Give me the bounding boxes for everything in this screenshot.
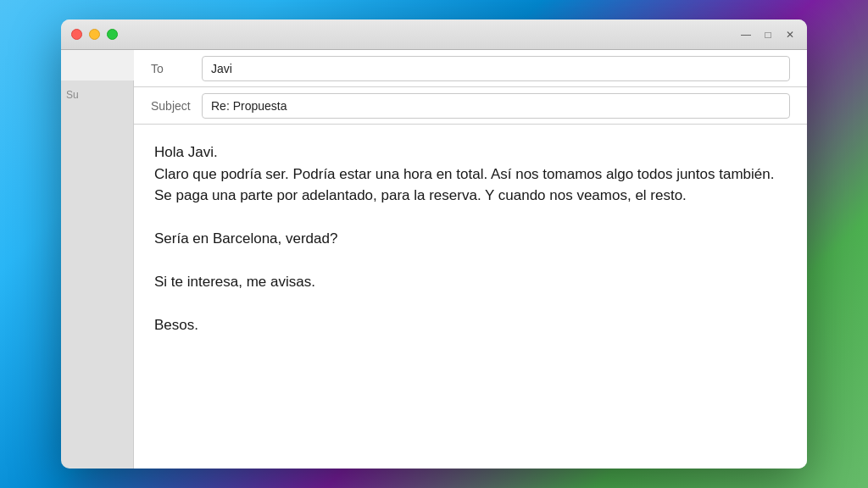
window-controls-right: — □ ✕ — [739, 30, 797, 40]
subject-input[interactable] — [202, 93, 790, 119]
sidebar-panel: Su — [61, 80, 134, 469]
subject-label: Subject — [151, 99, 202, 113]
compose-area: To Subject Hola Javi. Claro que podría s… — [134, 50, 807, 469]
email-body[interactable]: Hola Javi. Claro que podría ser. Podría … — [134, 125, 807, 469]
title-bar: — □ ✕ — [61, 19, 807, 50]
subject-field-row: Subject — [134, 87, 807, 125]
restore-icon[interactable]: □ — [761, 30, 775, 40]
to-label: To — [151, 62, 202, 75]
minimize-icon[interactable]: — — [739, 30, 753, 40]
minimize-button[interactable] — [89, 29, 100, 40]
to-input[interactable] — [202, 56, 790, 81]
maximize-button[interactable] — [107, 29, 118, 40]
close-icon[interactable]: ✕ — [783, 30, 797, 40]
sidebar-label: Su — [66, 89, 79, 101]
email-compose-window: — □ ✕ Su To Subject Hola Javi. Claro que… — [61, 19, 807, 469]
close-button[interactable] — [71, 29, 82, 40]
to-field-row: To — [134, 50, 807, 87]
